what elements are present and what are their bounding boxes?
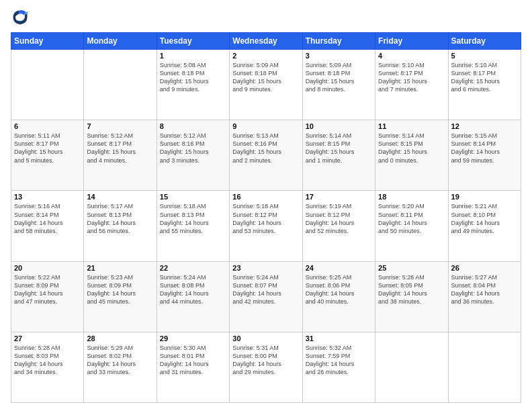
- calendar-cell: 3Sunrise: 5:09 AM Sunset: 8:18 PM Daylig…: [302, 50, 375, 120]
- calendar-cell: 7Sunrise: 5:12 AM Sunset: 8:17 PM Daylig…: [84, 120, 157, 191]
- day-number: 27: [14, 334, 81, 342]
- day-info: Sunrise: 5:10 AM Sunset: 8:17 PM Dayligh…: [378, 61, 445, 94]
- day-number: 29: [160, 334, 226, 342]
- day-info: Sunrise: 5:28 AM Sunset: 8:03 PM Dayligh…: [14, 344, 81, 377]
- day-number: 14: [87, 193, 153, 201]
- day-number: 23: [232, 264, 299, 272]
- calendar-cell: 9Sunrise: 5:13 AM Sunset: 8:16 PM Daylig…: [230, 120, 302, 191]
- day-info: Sunrise: 5:11 AM Sunset: 8:17 PM Dayligh…: [14, 132, 81, 165]
- calendar-cell: 14Sunrise: 5:17 AM Sunset: 8:13 PM Dayli…: [84, 191, 157, 261]
- calendar-cell: 27Sunrise: 5:28 AM Sunset: 8:03 PM Dayli…: [11, 332, 84, 402]
- day-number: 25: [378, 264, 445, 272]
- day-number: 9: [232, 122, 299, 130]
- day-number: 28: [87, 334, 153, 342]
- day-info: Sunrise: 5:24 AM Sunset: 8:08 PM Dayligh…: [160, 273, 226, 306]
- day-number: 30: [232, 334, 299, 342]
- day-info: Sunrise: 5:24 AM Sunset: 8:07 PM Dayligh…: [232, 273, 299, 306]
- calendar-cell: 2Sunrise: 5:09 AM Sunset: 8:18 PM Daylig…: [230, 50, 302, 120]
- calendar-cell: 12Sunrise: 5:15 AM Sunset: 8:14 PM Dayli…: [448, 120, 521, 191]
- day-info: Sunrise: 5:14 AM Sunset: 8:15 PM Dayligh…: [378, 132, 445, 165]
- calendar-cell: 1Sunrise: 5:08 AM Sunset: 8:18 PM Daylig…: [157, 50, 229, 120]
- day-info: Sunrise: 5:20 AM Sunset: 8:11 PM Dayligh…: [378, 202, 445, 235]
- calendar-cell: 23Sunrise: 5:24 AM Sunset: 8:07 PM Dayli…: [230, 261, 302, 332]
- calendar-cell: 30Sunrise: 5:31 AM Sunset: 8:00 PM Dayli…: [230, 332, 302, 402]
- calendar-cell: 26Sunrise: 5:27 AM Sunset: 8:04 PM Dayli…: [448, 261, 521, 332]
- logo-icon: [11, 8, 30, 27]
- weekday-header-sunday: Sunday: [11, 33, 84, 50]
- day-number: 7: [87, 122, 153, 130]
- calendar-cell: 18Sunrise: 5:20 AM Sunset: 8:11 PM Dayli…: [375, 191, 448, 261]
- day-info: Sunrise: 5:18 AM Sunset: 8:12 PM Dayligh…: [232, 202, 299, 235]
- day-number: 11: [378, 122, 445, 130]
- day-number: 17: [306, 193, 372, 201]
- week-row-3: 13Sunrise: 5:16 AM Sunset: 8:14 PM Dayli…: [11, 191, 521, 261]
- logo: [11, 8, 32, 27]
- day-number: 2: [232, 52, 299, 60]
- day-number: 20: [14, 264, 81, 272]
- day-info: Sunrise: 5:12 AM Sunset: 8:16 PM Dayligh…: [160, 132, 226, 165]
- calendar-cell: 25Sunrise: 5:26 AM Sunset: 8:05 PM Dayli…: [375, 261, 448, 332]
- calendar-cell: 6Sunrise: 5:11 AM Sunset: 8:17 PM Daylig…: [11, 120, 84, 191]
- day-number: 3: [306, 52, 372, 60]
- day-info: Sunrise: 5:10 AM Sunset: 8:17 PM Dayligh…: [451, 61, 518, 94]
- calendar-cell: 20Sunrise: 5:22 AM Sunset: 8:09 PM Dayli…: [11, 261, 84, 332]
- day-info: Sunrise: 5:12 AM Sunset: 8:17 PM Dayligh…: [87, 132, 153, 165]
- day-info: Sunrise: 5:09 AM Sunset: 8:18 PM Dayligh…: [306, 61, 372, 94]
- calendar-cell: 10Sunrise: 5:14 AM Sunset: 8:15 PM Dayli…: [302, 120, 375, 191]
- calendar-cell: 31Sunrise: 5:32 AM Sunset: 7:59 PM Dayli…: [302, 332, 375, 402]
- day-number: 22: [160, 264, 226, 272]
- day-number: 21: [87, 264, 153, 272]
- day-number: 15: [160, 193, 226, 201]
- header: [11, 8, 521, 27]
- day-info: Sunrise: 5:27 AM Sunset: 8:04 PM Dayligh…: [451, 273, 518, 306]
- day-number: 13: [14, 193, 81, 201]
- day-info: Sunrise: 5:25 AM Sunset: 8:06 PM Dayligh…: [306, 273, 372, 306]
- calendar-cell: 17Sunrise: 5:19 AM Sunset: 8:12 PM Dayli…: [302, 191, 375, 261]
- day-number: 18: [378, 193, 445, 201]
- day-info: Sunrise: 5:09 AM Sunset: 8:18 PM Dayligh…: [232, 61, 299, 94]
- day-info: Sunrise: 5:22 AM Sunset: 8:09 PM Dayligh…: [14, 273, 81, 306]
- weekday-header-friday: Friday: [375, 33, 448, 50]
- weekday-header-thursday: Thursday: [302, 33, 375, 50]
- day-info: Sunrise: 5:26 AM Sunset: 8:05 PM Dayligh…: [378, 273, 445, 306]
- calendar-cell: 28Sunrise: 5:29 AM Sunset: 8:02 PM Dayli…: [84, 332, 157, 402]
- weekday-header-row: SundayMondayTuesdayWednesdayThursdayFrid…: [11, 33, 521, 50]
- calendar-cell: 5Sunrise: 5:10 AM Sunset: 8:17 PM Daylig…: [448, 50, 521, 120]
- day-info: Sunrise: 5:14 AM Sunset: 8:15 PM Dayligh…: [306, 132, 372, 165]
- weekday-header-monday: Monday: [84, 33, 157, 50]
- week-row-5: 27Sunrise: 5:28 AM Sunset: 8:03 PM Dayli…: [11, 332, 521, 402]
- day-number: 24: [306, 264, 372, 272]
- day-number: 26: [451, 264, 518, 272]
- day-info: Sunrise: 5:30 AM Sunset: 8:01 PM Dayligh…: [160, 344, 226, 377]
- day-info: Sunrise: 5:23 AM Sunset: 8:09 PM Dayligh…: [87, 273, 153, 306]
- week-row-2: 6Sunrise: 5:11 AM Sunset: 8:17 PM Daylig…: [11, 120, 521, 191]
- day-info: Sunrise: 5:08 AM Sunset: 8:18 PM Dayligh…: [160, 61, 226, 94]
- calendar-cell: 22Sunrise: 5:24 AM Sunset: 8:08 PM Dayli…: [157, 261, 229, 332]
- day-number: 31: [306, 334, 372, 342]
- calendar-cell: 11Sunrise: 5:14 AM Sunset: 8:15 PM Dayli…: [375, 120, 448, 191]
- day-number: 16: [232, 193, 299, 201]
- day-info: Sunrise: 5:17 AM Sunset: 8:13 PM Dayligh…: [87, 202, 153, 235]
- day-info: Sunrise: 5:18 AM Sunset: 8:13 PM Dayligh…: [160, 202, 226, 235]
- day-info: Sunrise: 5:15 AM Sunset: 8:14 PM Dayligh…: [451, 132, 518, 165]
- calendar-cell: [11, 50, 84, 120]
- calendar-cell: 4Sunrise: 5:10 AM Sunset: 8:17 PM Daylig…: [375, 50, 448, 120]
- calendar-cell: 29Sunrise: 5:30 AM Sunset: 8:01 PM Dayli…: [157, 332, 229, 402]
- calendar-cell: [375, 332, 448, 402]
- day-info: Sunrise: 5:19 AM Sunset: 8:12 PM Dayligh…: [306, 202, 372, 235]
- calendar-cell: [448, 332, 521, 402]
- calendar-cell: 8Sunrise: 5:12 AM Sunset: 8:16 PM Daylig…: [157, 120, 229, 191]
- day-number: 5: [451, 52, 518, 60]
- day-number: 4: [378, 52, 445, 60]
- calendar-cell: [84, 50, 157, 120]
- day-number: 10: [306, 122, 372, 130]
- day-number: 8: [160, 122, 226, 130]
- calendar: SundayMondayTuesdayWednesdayThursdayFrid…: [11, 32, 521, 403]
- day-number: 1: [160, 52, 226, 60]
- day-number: 6: [14, 122, 81, 130]
- page: SundayMondayTuesdayWednesdayThursdayFrid…: [0, 0, 532, 411]
- day-info: Sunrise: 5:16 AM Sunset: 8:14 PM Dayligh…: [14, 202, 81, 235]
- calendar-cell: 13Sunrise: 5:16 AM Sunset: 8:14 PM Dayli…: [11, 191, 84, 261]
- calendar-cell: 15Sunrise: 5:18 AM Sunset: 8:13 PM Dayli…: [157, 191, 229, 261]
- weekday-header-saturday: Saturday: [448, 33, 521, 50]
